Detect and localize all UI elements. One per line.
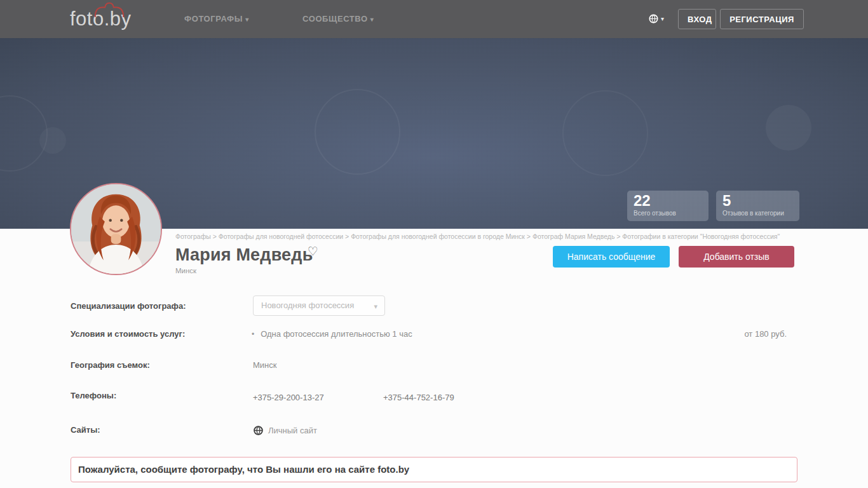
sites-label: Сайты: (71, 425, 100, 435)
notice-banner: Пожалуйста, сообщите фотографу, что Вы н… (71, 457, 797, 482)
send-message-button[interactable]: Написать сообщение (553, 246, 670, 268)
pricing-price: от 180 руб. (744, 329, 787, 339)
nav-item-photographers[interactable]: ФОТОГРАФЫ▾ (184, 0, 249, 38)
page: foto.by ФОТОГРАФЫ▾ СООБЩЕСТВО▾ ▾ ВХОД РЕ… (0, 0, 868, 488)
pricing-item: •Одна фотосессия длительностью 1 час (252, 329, 412, 339)
phones-label: Телефоны: (71, 391, 116, 400)
pricing-item-text: Одна фотосессия длительностью 1 час (261, 329, 412, 339)
login-button[interactable]: ВХОД (678, 9, 716, 29)
breadcrumb[interactable]: Фотографы > Фотографы для новогодней фот… (175, 233, 798, 240)
chevron-down-icon: ▾ (661, 15, 664, 22)
nav-item-label: СООБЩЕСТВО (302, 14, 368, 24)
navbar: foto.by ФОТОГРАФЫ▾ СООБЩЕСТВО▾ ▾ ВХОД РЕ… (0, 0, 868, 38)
register-button[interactable]: РЕГИСТРАЦИЯ (720, 9, 804, 29)
personal-site-label: Личный сайт (268, 426, 317, 435)
camera-icon (93, 2, 126, 17)
add-review-button[interactable]: Добавить отзыв (679, 246, 794, 268)
profile-city: Минск (175, 267, 196, 274)
specializations-label: Специализации фотографа: (71, 301, 186, 311)
geography-label: География съемок: (71, 360, 150, 370)
chevron-down-icon: ▾ (245, 16, 249, 23)
globe-icon (649, 14, 658, 24)
review-stats: 22 Всего отзывов 5 Отзывов в категории (627, 191, 807, 221)
decorative-circle (562, 90, 648, 176)
logo[interactable]: foto.by (70, 5, 132, 33)
decorative-circle (315, 89, 400, 175)
chevron-down-icon: ▾ (370, 16, 374, 23)
decorative-circle (39, 127, 66, 154)
bullet-icon: • (252, 330, 254, 339)
decorative-circle (766, 105, 811, 151)
specialization-selected-value: Новогодняя фотосессия (261, 301, 354, 310)
page-title: Мария Медведь (175, 245, 313, 265)
nav-item-community[interactable]: СООБЩЕСТВО▾ (302, 0, 374, 38)
stat-value: 22 (634, 193, 702, 209)
nav-item-label: ФОТОГРАФЫ (184, 14, 243, 24)
phone-number: +375-29-200-13-27 (253, 393, 324, 402)
chevron-down-icon: ▾ (374, 297, 377, 316)
personal-site-link[interactable]: Личный сайт (254, 426, 317, 435)
language-selector[interactable]: ▾ (649, 14, 664, 24)
phone-number: +375-44-752-16-79 (383, 393, 454, 402)
specialization-select[interactable]: Новогодняя фотосессия ▾ (253, 295, 385, 316)
stat-total-reviews: 22 Всего отзывов (627, 191, 709, 221)
stat-category-reviews: 5 Отзывов в категории (716, 191, 799, 221)
stat-label: Отзывов в категории (722, 210, 793, 217)
pricing-label: Условия и стоимость услуг: (71, 329, 185, 339)
globe-icon (254, 426, 263, 435)
geography-value: Минск (253, 360, 276, 370)
avatar (70, 183, 162, 275)
stat-value: 5 (722, 193, 793, 209)
favorite-heart-icon[interactable]: ♡ (308, 244, 318, 259)
stat-label: Всего отзывов (634, 210, 702, 217)
